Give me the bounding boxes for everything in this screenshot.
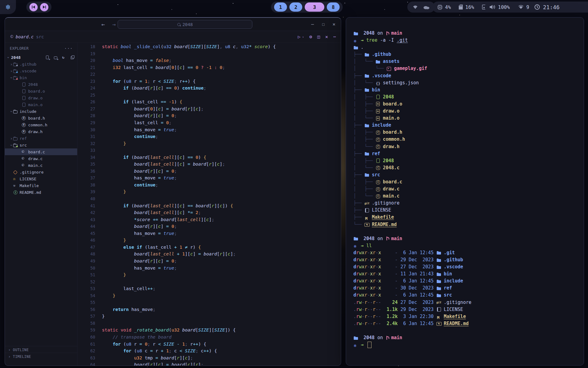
code-line-21[interactable]: 21 i32 last_cell = board[0][c] == 0 ? -1… xyxy=(77,64,341,71)
workspace-8[interactable]: 8 xyxy=(327,2,340,12)
back-arrow-icon[interactable]: ← xyxy=(101,21,105,28)
sidebar-item-license[interactable]: LICENSE xyxy=(5,175,77,182)
editor-titlebar[interactable]: ← → 2048 — ☐ ✕ xyxy=(5,18,341,31)
code-line-60[interactable]: 60 // transpose the board xyxy=(77,334,341,341)
workspace-3-active[interactable]: 3 xyxy=(305,2,324,12)
code-line-40[interactable]: 40 xyxy=(77,195,341,202)
maximize-button[interactable]: ☐ xyxy=(322,21,325,27)
code-line-35[interactable]: 35 board[last_cell][c] = board[r][c]; xyxy=(77,161,341,168)
timeline-panel[interactable]: › TIMELINE xyxy=(5,353,77,360)
media-prev-button[interactable] xyxy=(29,3,38,11)
code-line-45[interactable]: 45 has_move = true; xyxy=(77,230,341,237)
sidebar-item-makefile[interactable]: Makefile xyxy=(5,182,77,189)
sidebar-item-main-c[interactable]: main.c xyxy=(5,162,77,169)
sidebar-item-draw-o[interactable]: draw.o xyxy=(5,94,77,101)
sidebar-item-board-h[interactable]: board.h xyxy=(5,115,77,121)
sidebar-item-ref[interactable]: ›ref xyxy=(5,135,77,142)
code-line-41[interactable]: 41 if (board[last_cell][c] == board[r][c… xyxy=(77,202,341,209)
code-line-20[interactable]: 20 bool has_move = false; xyxy=(77,57,341,64)
sidebar-item-draw-c[interactable]: draw.c xyxy=(5,155,77,162)
code-line-46[interactable]: 46 } xyxy=(77,237,341,244)
new-file-icon[interactable] xyxy=(45,55,50,60)
code-line-38[interactable]: 38 continue; xyxy=(77,182,341,189)
tab-board-c[interactable]: © board.c src xyxy=(5,34,44,40)
sidebar-item-2048[interactable]: 2048 xyxy=(5,81,77,88)
terminal-window[interactable]: 2048 on main→ tree -a -I .git.├── .githu… xyxy=(346,17,584,366)
code-line-53[interactable]: 53 last_cell++; xyxy=(77,285,341,292)
sidebar-item-draw-h[interactable]: draw.h xyxy=(5,128,77,135)
code-line-50[interactable]: 50 has_move = true; xyxy=(77,265,341,272)
explorer-root-folder[interactable]: › 2048 xyxy=(5,54,77,61)
split-editor-icon[interactable]: ◫ xyxy=(317,34,320,40)
sidebar-item-src[interactable]: ›src xyxy=(5,142,77,148)
code-line-49[interactable]: 49 board[r][c] = 0; xyxy=(77,258,341,265)
code-line-29[interactable]: 29 last_cell = 0; xyxy=(77,119,341,126)
close-button[interactable]: ✕ xyxy=(333,21,335,27)
code-line-59[interactable]: 59static void _rotate_board(u32 board[SI… xyxy=(77,327,341,334)
more-actions-icon[interactable]: ⋯ xyxy=(333,34,336,40)
code-line-33[interactable]: 33 xyxy=(77,147,341,154)
sidebar-item-main-o[interactable]: main.o xyxy=(5,101,77,108)
chevron-right-icon[interactable]: › xyxy=(10,69,13,73)
code-line-48[interactable]: 48 board[last_cell + 1][c] = board[r][c]… xyxy=(77,251,341,258)
code-line-18[interactable]: 18static bool _slide_col(u32 board[SIZE]… xyxy=(77,43,341,50)
chevron-right-icon[interactable]: › xyxy=(10,62,13,67)
code-line-23[interactable]: 23 for (u8 r = 1; r < SIZE; r++) { xyxy=(77,78,341,85)
code-line-42[interactable]: 42 board[last_cell][c] *= 2; xyxy=(77,209,341,216)
code-line-57[interactable]: 57} xyxy=(77,313,341,320)
explorer-menu-icon[interactable]: ··· xyxy=(64,46,73,51)
code-line-47[interactable]: 47 else if (last_cell + 1 ≠ r) { xyxy=(77,244,341,251)
code-editor[interactable]: 18static bool _slide_col(u32 board[SIZE]… xyxy=(77,42,341,366)
code-line-22[interactable]: 22 xyxy=(77,71,341,78)
code-line-52[interactable]: 52 xyxy=(77,278,341,286)
sidebar-item--github[interactable]: ›.github xyxy=(5,61,77,67)
sidebar-item-include[interactable]: ›include xyxy=(5,108,77,115)
media-next-button[interactable] xyxy=(40,3,48,11)
code-line-19[interactable]: 19 xyxy=(77,50,341,57)
sidebar-item-readme-md[interactable]: README.md xyxy=(5,189,77,196)
run-button[interactable]: ▷ xyxy=(298,34,300,40)
workspace-1[interactable]: 1 xyxy=(274,2,287,12)
command-center-search[interactable]: 2048 xyxy=(118,20,252,29)
code-line-36[interactable]: 36 board[r][c] = 0; xyxy=(77,168,341,175)
code-line-64[interactable]: 64 board[r][c] = board[c][r]; xyxy=(77,361,341,366)
sidebar-item-board-c[interactable]: board.c xyxy=(5,148,77,155)
code-line-54[interactable]: 54 } xyxy=(77,292,341,299)
minimize-button[interactable]: — xyxy=(311,21,314,27)
code-line-25[interactable]: 25 xyxy=(77,92,341,99)
forward-arrow-icon[interactable]: → xyxy=(112,21,115,28)
sidebar-item-common-h[interactable]: common.h xyxy=(5,121,77,128)
code-line-28[interactable]: 28 board[r][c] = 0; xyxy=(77,112,341,119)
sidebar-item--vscode[interactable]: ›.vscode xyxy=(5,67,77,74)
code-line-51[interactable]: 51 } xyxy=(77,271,341,278)
code-line-27[interactable]: 27 board[0][c] = board[r][c]; xyxy=(77,105,341,113)
collapse-folders-icon[interactable] xyxy=(70,55,75,60)
code-line-32[interactable]: 32 } xyxy=(77,140,341,147)
sidebar-item-board-o[interactable]: board.o xyxy=(5,88,77,94)
clock-widget[interactable]: 21:46 xyxy=(529,2,588,13)
code-line-44[interactable]: 44 board[r][c] = 0; xyxy=(77,223,341,230)
code-line-61[interactable]: 61 for (u8 r = 0; r < SIZE - 1; r++) { xyxy=(77,341,341,348)
code-line-39[interactable]: 39 } xyxy=(77,188,341,195)
chevron-right-icon[interactable]: › xyxy=(10,136,13,141)
code-line-24[interactable]: 24 if (board[r][c] == 0) continue; xyxy=(77,85,341,92)
code-line-55[interactable]: 55 xyxy=(77,299,341,306)
code-line-62[interactable]: 62 for (u8 c = r + 1; c < SIZE; c++) { xyxy=(77,347,341,355)
launcher-button[interactable]: ❄ xyxy=(0,0,16,14)
settings-gear-icon[interactable]: ⚙ xyxy=(309,34,312,40)
code-line-30[interactable]: 30 has_move = true; xyxy=(77,126,341,133)
sidebar-item-bin[interactable]: ›bin xyxy=(5,74,77,81)
code-line-58[interactable]: 58 xyxy=(77,320,341,327)
sidebar-item--gitignore[interactable]: .gitignore xyxy=(5,169,77,175)
outline-panel[interactable]: › OUTLINE xyxy=(5,346,77,353)
code-line-31[interactable]: 31 continue; xyxy=(77,133,341,140)
code-line-63[interactable]: 63 u32 tmp = board[r][c]; xyxy=(77,355,341,362)
close-editor-icon[interactable]: ✕ xyxy=(325,34,328,40)
refresh-explorer-icon[interactable] xyxy=(62,55,66,60)
workspace-2[interactable]: 2 xyxy=(289,2,302,12)
code-line-56[interactable]: 56 return has_move; xyxy=(77,306,341,313)
chevron-down-icon[interactable]: › xyxy=(302,35,304,39)
code-line-43[interactable]: 43 *score += board[last_cell][c]; xyxy=(77,216,341,223)
code-line-34[interactable]: 34 if (board[last_cell][c] == 0) { xyxy=(77,154,341,161)
code-line-37[interactable]: 37 has_move = true; xyxy=(77,174,341,182)
